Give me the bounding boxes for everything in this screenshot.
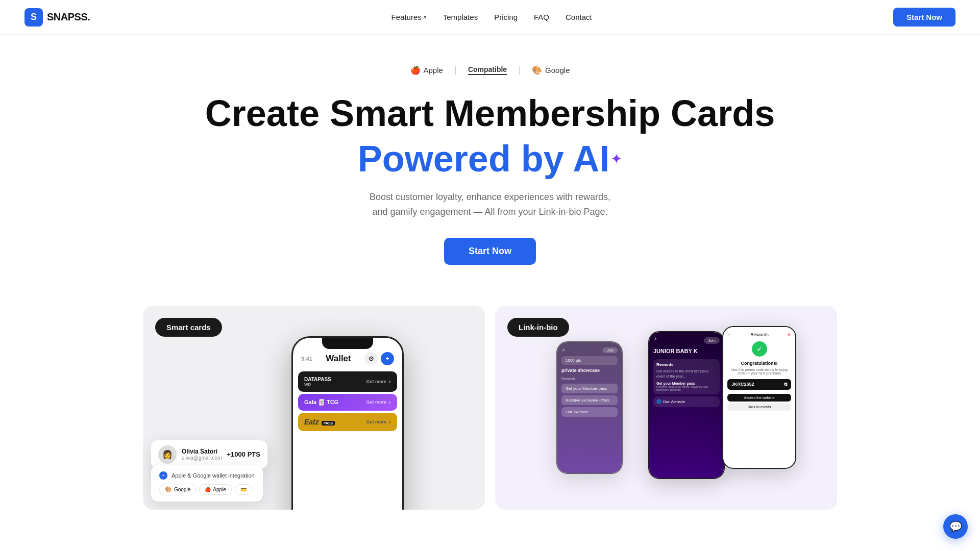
copy-icon: ⧉ — [784, 382, 787, 387]
link-in-bio-panel: Link-in-bio ↗ Join 1000 pts private show… — [495, 306, 837, 510]
smart-cards-label: Smart cards — [155, 318, 222, 337]
logo-icon: S — [24, 8, 43, 27]
user-avatar: 👩 — [158, 445, 177, 464]
divider — [519, 66, 520, 75]
apple-compat: 🍎 Apple — [410, 65, 443, 75]
member-pass-row: Get your Member pass Receive exclusive o… — [656, 382, 717, 391]
wallet-int-label: Apple & Google wallet integration — [172, 472, 255, 479]
wallet-card-datapass: DATAPASS WD Get more ♪ — [298, 371, 397, 392]
sparkle-icon: ✦ — [610, 151, 622, 167]
rewards-label: Rewards — [561, 377, 618, 381]
join-btn-2: Join — [704, 337, 720, 344]
phone-bio-2-screen: ↗ Join JUNIOR BABY K Rewards Get access … — [649, 332, 724, 478]
google-compat: 🎨 Google — [532, 65, 570, 75]
google-badge: 🎨 Google — [159, 484, 196, 495]
wallet-action-icons: ⊙ + — [364, 352, 394, 365]
rewards-text: Get access to the most exclusive event o… — [656, 369, 717, 379]
music-icon: ♪ — [388, 379, 391, 384]
feature-cards-section: Smart cards 9:41 Wallet ⊙ + — [122, 285, 857, 510]
wallet-card-sub: WD — [304, 382, 331, 387]
nav-faq[interactable]: FAQ — [534, 13, 549, 21]
wallet-badges: 🎨 Google 🍎 Apple 💳 — [159, 484, 255, 495]
wallet-card-tcg: Gala 🃏 TCG Get more ♪ — [298, 394, 397, 411]
phone-notch — [322, 338, 373, 349]
phone-screen: 9:41 Wallet ⊙ + DATAPASS WD — [293, 338, 402, 510]
nav-pricing[interactable]: Pricing — [494, 13, 518, 21]
user-email: olivia@gmail.com — [182, 455, 222, 461]
member-pass-btn: Get your Member pass — [561, 384, 618, 393]
smart-cards-panel: Smart cards 9:41 Wallet ⊙ + — [143, 306, 485, 510]
user-points: +1000 PTS — [227, 450, 260, 458]
rewards-section: Rewards Get access to the most exclusive… — [653, 359, 720, 395]
nav-start-now-button[interactable]: Start Now — [893, 8, 955, 27]
apple-badge: 🍎 Apple — [199, 484, 232, 495]
brand-name: JUNIOR BABY K — [653, 348, 720, 354]
logo[interactable]: S SNAPSS. — [24, 8, 90, 27]
close-btn: ✕ — [787, 332, 791, 337]
congrats-title: Congratulations! — [727, 361, 791, 366]
wallet-icon-1[interactable]: ⊙ — [364, 352, 378, 365]
compatible-label: Compatible — [468, 65, 507, 75]
nav-templates[interactable]: Templates — [443, 13, 478, 21]
phone-bio-2: ↗ Join JUNIOR BABY K Rewards Get access … — [648, 331, 725, 479]
access-website-btn[interactable]: Access the website — [727, 394, 791, 402]
phone-bio-1-screen: ↗ Join 1000 pts private showcase Rewards… — [557, 342, 622, 473]
wallet-card-tcg-link: Get more — [366, 399, 386, 405]
phone-bio-1: ↗ Join 1000 pts private showcase Rewards… — [556, 341, 623, 474]
music-icon-3: ♪ — [388, 419, 391, 424]
phone-bio-3-screen: ← Rewards ✕ ✓ Congratulations! Use this … — [723, 327, 795, 468]
congrats-check-icon: ✓ — [752, 341, 767, 357]
wallet-eatz-link: Get more — [366, 419, 386, 424]
divider — [455, 66, 456, 75]
share-icon: ↗ — [561, 348, 565, 353]
promo-code: JKRC2652 ⧉ — [727, 379, 791, 390]
wallet-eatz-name: Eatz — [304, 418, 319, 426]
congrats-screen: ← Rewards ✕ ✓ Congratulations! Use this … — [723, 327, 795, 417]
phone-bio-3: ← Rewards ✕ ✓ Congratulations! Use this … — [722, 326, 796, 469]
phone-mockup-wallet: 9:41 Wallet ⊙ + DATAPASS WD — [291, 336, 404, 510]
hero-title-line1: Create Smart Membership Cards — [10, 93, 970, 134]
back-events-btn[interactable]: Back to events — [727, 403, 791, 411]
website-row: 🌐 Our Website — [653, 396, 720, 407]
google-badge-icon: 🎨 — [165, 486, 172, 493]
wallet-icon-2[interactable]: + — [381, 352, 394, 365]
rewards-tab: Rewards — [750, 332, 769, 337]
logo-text: SNAPSS. — [47, 11, 90, 23]
plus-icon: + — [159, 471, 167, 480]
hero-subtitle: Boost customer loyalty, enhance experien… — [368, 190, 612, 219]
apple-badge-icon: 🍎 — [205, 487, 211, 492]
user-name: Olivia Satori — [182, 448, 222, 455]
wallet-card-eatz: Eatz PASS Get more ♪ — [298, 413, 397, 431]
congrats-text: Use this promo code below to enjoy 20% o… — [727, 368, 791, 375]
wallet-title: Wallet — [326, 354, 351, 364]
back-btn: ← — [727, 332, 732, 337]
hero-title-ai-line: Powered by AI ✦ — [10, 138, 970, 180]
nav-features[interactable]: Features ▾ — [391, 13, 427, 21]
compatible-bar: 🍎 Apple Compatible 🎨 Google — [10, 65, 970, 75]
nav-contact[interactable]: Contact — [566, 13, 592, 21]
hero-start-now-button[interactable]: Start Now — [444, 238, 536, 265]
navbar: S SNAPSS. Features ▾ Templates Pricing F… — [0, 0, 980, 35]
join-btn: Join — [603, 347, 618, 353]
apple-icon: 🍎 — [410, 65, 421, 75]
hero-title-ai: Powered by AI — [358, 138, 609, 180]
wallet-card-link: Get more — [366, 379, 386, 384]
showcase-title: private showcase — [561, 368, 618, 373]
wallet-int-row: + Apple & Google wallet integration — [159, 471, 255, 480]
nav-links: Features ▾ Templates Pricing FAQ Contact — [391, 13, 592, 21]
user-info: Olivia Satori olivia@gmail.com — [182, 448, 222, 461]
hero-section: 🍎 Apple Compatible 🎨 Google Create Smart… — [0, 35, 980, 285]
music-icon-2: ♪ — [388, 399, 391, 405]
wallet-card-name: DATAPASS — [304, 377, 331, 382]
wallet-time: 9:41 — [301, 356, 312, 362]
card-badge: 💳 — [235, 484, 252, 495]
float-user-card: 👩 Olivia Satori olivia@gmail.com +1000 P… — [151, 440, 267, 469]
pts-badge: 1000 pts — [561, 356, 618, 365]
link-in-bio-label: Link-in-bio — [507, 318, 569, 337]
offers-btn: Receive exclusive offers — [561, 395, 618, 405]
wallet-integration-card: + Apple & Google wallet integration 🎨 Go… — [151, 465, 263, 502]
google-icon: 🎨 — [532, 65, 542, 75]
share-icon-2: ↗ — [653, 337, 657, 344]
website-btn: Our Website — [561, 407, 618, 417]
wallet-eatz-pass: PASS — [322, 421, 335, 425]
